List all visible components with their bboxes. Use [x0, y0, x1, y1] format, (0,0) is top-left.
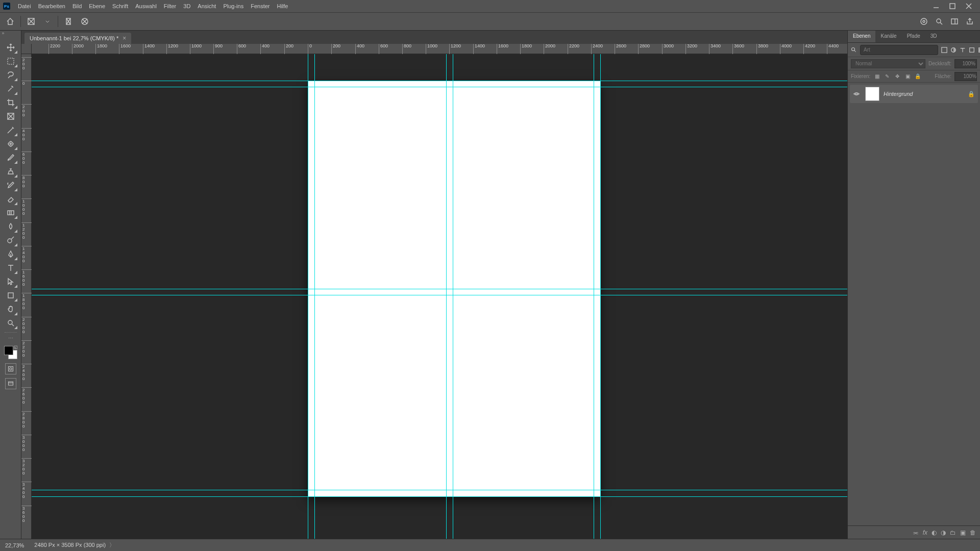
menu-ansicht[interactable]: Ansicht: [194, 1, 219, 11]
layer-row[interactable]: Hintergrund 🔒: [850, 85, 978, 103]
group-icon[interactable]: 🗀: [950, 529, 956, 536]
doc-info[interactable]: 2480 Px × 3508 Px (300 ppi): [34, 542, 106, 548]
fill-input[interactable]: [954, 72, 977, 81]
guide-vertical[interactable]: [314, 54, 315, 539]
menu-datei[interactable]: Datei: [14, 1, 35, 11]
filter-pixel-icon[interactable]: [941, 46, 947, 54]
menu-3d[interactable]: 3D: [180, 1, 194, 11]
history-brush-tool[interactable]: [4, 179, 18, 192]
ruler-vertical[interactable]: 2000200400600800100012001400160018002000…: [21, 54, 32, 539]
lock-pixels-icon[interactable]: ✎: [884, 73, 891, 79]
share-icon[interactable]: [964, 15, 976, 28]
panel-tab-3d[interactable]: 3D: [925, 31, 942, 42]
blur-tool[interactable]: [4, 220, 18, 233]
pen-tool[interactable]: [4, 247, 18, 261]
move-tool[interactable]: [4, 41, 18, 54]
minimize-button[interactable]: [928, 0, 944, 12]
close-button[interactable]: [961, 0, 977, 12]
guide-horizontal[interactable]: [32, 496, 847, 497]
ruler-horizontal[interactable]: 2200200018001600140012001000900600400200…: [32, 44, 847, 54]
adjustment-layer-icon[interactable]: ◑: [941, 529, 946, 536]
canvas-viewport[interactable]: [32, 54, 847, 539]
filter-type-icon[interactable]: [960, 46, 966, 54]
lock-icon[interactable]: 🔒: [968, 91, 975, 97]
filter-shape-icon[interactable]: [969, 46, 975, 54]
status-menu-icon[interactable]: 〉: [109, 542, 115, 548]
menu-hilfe[interactable]: Hilfe: [273, 1, 291, 11]
search-icon[interactable]: [933, 15, 945, 28]
layer-name[interactable]: Hintergrund: [884, 91, 964, 97]
type-tool[interactable]: [4, 261, 18, 274]
healing-brush-tool[interactable]: [4, 137, 18, 151]
layer-fx-icon[interactable]: fx: [923, 529, 927, 536]
edit-toolbar-icon[interactable]: ⋯: [8, 335, 13, 341]
eraser-tool[interactable]: [4, 192, 18, 206]
frame-tool[interactable]: [4, 110, 18, 123]
default-colors-icon[interactable]: ◱: [14, 345, 18, 349]
frame-orientation-dropdown[interactable]: [41, 15, 54, 28]
close-tab-icon[interactable]: ×: [122, 35, 126, 42]
menu-fenster[interactable]: Fenster: [247, 1, 273, 11]
zoom-level[interactable]: 22,73%: [5, 542, 24, 548]
guide-horizontal[interactable]: [32, 295, 847, 295]
new-layer-icon[interactable]: ▣: [960, 529, 966, 536]
layer-filter-input[interactable]: [860, 45, 938, 55]
layer-mask-icon[interactable]: ◐: [932, 529, 937, 536]
guide-vertical[interactable]: [453, 54, 453, 539]
menu-plug-ins[interactable]: Plug-ins: [219, 1, 247, 11]
menu-auswahl[interactable]: Auswahl: [132, 1, 160, 11]
guide-vertical[interactable]: [594, 54, 594, 539]
guide-vertical[interactable]: [308, 54, 308, 539]
workspace-icon[interactable]: [948, 15, 961, 28]
filter-adjustment-icon[interactable]: [950, 46, 957, 54]
panel-tab-ebenen[interactable]: Ebenen: [848, 31, 875, 42]
menu-filter[interactable]: Filter: [160, 1, 180, 11]
filter-smart-icon[interactable]: [978, 46, 980, 54]
quick-mask-button[interactable]: [5, 363, 16, 374]
guide-horizontal[interactable]: [32, 289, 847, 289]
guide-horizontal[interactable]: [32, 81, 847, 81]
visibility-toggle-icon[interactable]: [853, 90, 861, 97]
frame-vertical-icon[interactable]: [62, 15, 75, 28]
home-button[interactable]: [4, 15, 16, 28]
blend-mode-select[interactable]: Normal: [851, 59, 925, 68]
opacity-input[interactable]: [954, 59, 977, 68]
lock-position-icon[interactable]: ✥: [894, 73, 901, 79]
gradient-tool[interactable]: [4, 206, 18, 219]
hand-tool[interactable]: [4, 303, 18, 316]
marquee-tool[interactable]: [4, 55, 18, 68]
color-swatches[interactable]: ◱: [4, 345, 18, 360]
panel-tab-pfade[interactable]: Pfade: [902, 31, 925, 42]
toolbar-expand-icon[interactable]: »: [0, 31, 6, 37]
layer-thumbnail[interactable]: [865, 87, 879, 101]
panel-tab-kanäle[interactable]: Kanäle: [875, 31, 901, 42]
guide-vertical[interactable]: [600, 54, 601, 539]
dodge-tool[interactable]: [4, 234, 18, 247]
frame-tool-icon[interactable]: [25, 15, 37, 28]
eyedropper-tool[interactable]: [4, 123, 18, 137]
guide-horizontal[interactable]: [32, 87, 847, 87]
screen-mode-button[interactable]: [5, 378, 16, 389]
lock-artboard-icon[interactable]: ▣: [904, 73, 911, 79]
clone-stamp-tool[interactable]: [4, 165, 18, 178]
menu-ebene[interactable]: Ebene: [85, 1, 109, 11]
lock-all-icon[interactable]: 🔒: [914, 73, 921, 79]
frame-circle-icon[interactable]: [79, 15, 91, 28]
lock-transparency-icon[interactable]: ▦: [873, 73, 880, 79]
lasso-tool[interactable]: [4, 68, 18, 82]
crop-tool[interactable]: [4, 96, 18, 109]
menu-bild[interactable]: Bild: [69, 1, 85, 11]
menu-bearbeiten[interactable]: Bearbeiten: [35, 1, 69, 11]
shape-tool[interactable]: [4, 289, 18, 302]
guide-horizontal[interactable]: [32, 490, 847, 490]
foreground-color[interactable]: [4, 346, 13, 355]
link-layers-icon[interactable]: ⫘: [913, 529, 919, 536]
path-selection-tool[interactable]: [4, 275, 18, 288]
magic-wand-tool[interactable]: [4, 82, 18, 95]
maximize-button[interactable]: [944, 0, 961, 12]
brush-tool[interactable]: [4, 151, 18, 164]
delete-layer-icon[interactable]: 🗑: [970, 529, 976, 536]
cloud-docs-icon[interactable]: [918, 15, 930, 28]
document-tab[interactable]: Unbenannt-1 bei 22,7% (CMYK/8) * ×: [24, 33, 131, 44]
search-icon[interactable]: [851, 47, 857, 53]
